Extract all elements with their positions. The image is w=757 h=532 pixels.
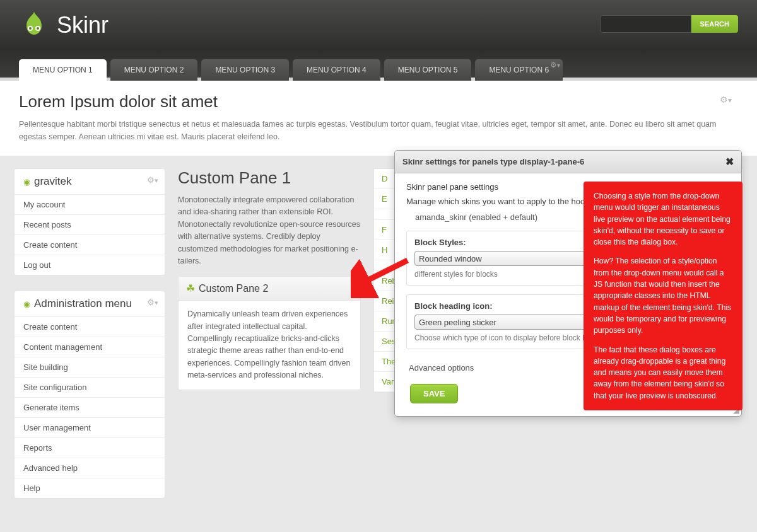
gear-icon[interactable]: ⚙▾: [147, 298, 158, 307]
search-form: SEARCH: [600, 15, 738, 33]
annotation-callout: Choosing a style from the drop-down menu…: [584, 182, 742, 410]
chevron-down-icon: ◉: [23, 299, 30, 309]
admin-menu: Create content Content management Site b…: [15, 316, 165, 498]
block-title: Administration menu: [34, 298, 132, 310]
tab-label: MENU OPTION 1: [33, 66, 93, 74]
menu-item[interactable]: Generate items: [15, 397, 165, 417]
chevron-down-icon: ◉: [23, 177, 30, 187]
site-title: Skinr: [57, 12, 109, 38]
menu-item-my-account[interactable]: My account: [15, 194, 165, 214]
tab-menu-option-6[interactable]: MENU OPTION 6⚙▾: [475, 59, 563, 81]
close-icon[interactable]: ✖: [725, 156, 734, 168]
svg-point-3: [37, 27, 39, 30]
search-input[interactable]: [600, 15, 691, 33]
search-button[interactable]: SEARCH: [691, 15, 738, 33]
page-header: Lorem Ipsum dolor sit amet ⚙▾ Pellentesq…: [0, 81, 757, 156]
annotation-text: The fact that these dialog boxes are alr…: [594, 344, 732, 402]
pane-1-title: Custom Pane 1: [178, 168, 361, 188]
menu-item[interactable]: Advanced help: [15, 458, 165, 478]
tab-label: MENU OPTION 6: [489, 66, 549, 74]
menu-item[interactable]: Content management: [15, 337, 165, 357]
menu-item[interactable]: Help: [15, 478, 165, 498]
tab-label: MENU OPTION 4: [307, 66, 367, 74]
save-button[interactable]: SAVE: [410, 384, 458, 403]
gear-icon[interactable]: ⚙▾: [550, 61, 560, 69]
menu-item[interactable]: Site configuration: [15, 377, 165, 397]
block-heading: ◉ gravitek ⚙▾: [15, 169, 165, 194]
main-content: Custom Pane 1 Monotonectally integrate e…: [178, 168, 361, 390]
admin-block: ◉ Administration menu ⚙▾ Create content …: [14, 291, 165, 499]
dialog-title: Skinr settings for panels type display-1…: [402, 157, 584, 166]
pane-2-body: Dynamically unleash team driven experien…: [179, 301, 360, 389]
tab-menu-option-3[interactable]: MENU OPTION 3: [201, 59, 289, 81]
gear-icon[interactable]: ⚙▾: [147, 175, 158, 185]
header-banner: Skinr SEARCH: [0, 0, 757, 50]
menu-item[interactable]: Site building: [15, 357, 165, 377]
leaf-icon: ☘: [186, 282, 195, 294]
primary-tabs: MENU OPTION 1 MENU OPTION 2 MENU OPTION …: [0, 50, 757, 81]
page-title: Lorem Ipsum dolor sit amet: [19, 92, 738, 112]
menu-item[interactable]: User management: [15, 417, 165, 437]
dialog-titlebar[interactable]: Skinr settings for panels type display-1…: [395, 151, 741, 173]
user-menu: My account Recent posts Create content L…: [15, 194, 165, 275]
menu-item[interactable]: Reports: [15, 437, 165, 458]
annotation-arrow-icon: [351, 254, 414, 298]
user-block: ◉ gravitek ⚙▾ My account Recent posts Cr…: [14, 168, 165, 275]
pane-1-body: Monotonectally integrate empowered colla…: [178, 194, 361, 267]
menu-item-create-content[interactable]: Create content: [15, 234, 165, 255]
tab-label: MENU OPTION 5: [398, 66, 458, 74]
page-description: Pellentesque habitant morbi tristique se…: [19, 118, 738, 143]
block-heading: ◉ Administration menu ⚙▾: [15, 291, 165, 316]
custom-pane-2: ☘ Custom Pane 2 Dynamically unleash team…: [178, 276, 361, 390]
tab-menu-option-2[interactable]: MENU OPTION 2: [110, 59, 198, 81]
drupal-logo-icon: [19, 9, 49, 42]
pane-2-heading: ☘ Custom Pane 2: [179, 277, 360, 301]
annotation-text: How? The selection of a style/option fro…: [594, 255, 732, 336]
svg-line-4: [360, 260, 408, 284]
annotation-text: Choosing a style from the drop-down menu…: [594, 190, 732, 248]
menu-item[interactable]: Create content: [15, 316, 165, 337]
tab-menu-option-1[interactable]: MENU OPTION 1: [19, 59, 107, 81]
menu-item-log-out[interactable]: Log out: [15, 255, 165, 275]
logo-wrap: Skinr: [19, 9, 109, 42]
svg-point-2: [29, 27, 32, 30]
tab-label: MENU OPTION 2: [124, 66, 184, 74]
tab-menu-option-5[interactable]: MENU OPTION 5: [384, 59, 472, 81]
select-value: Green peeling sticker: [419, 318, 496, 327]
menu-item-recent-posts[interactable]: Recent posts: [15, 214, 165, 234]
tab-menu-option-4[interactable]: MENU OPTION 4: [293, 59, 380, 81]
select-value: Rounded window: [419, 254, 482, 263]
sidebar-left: ◉ gravitek ⚙▾ My account Recent posts Cr…: [14, 168, 165, 499]
block-title: gravitek: [34, 175, 72, 188]
tab-label: MENU OPTION 3: [215, 66, 275, 74]
gear-icon[interactable]: ⚙▾: [720, 95, 732, 105]
pane-2-title: Custom Pane 2: [199, 283, 268, 294]
